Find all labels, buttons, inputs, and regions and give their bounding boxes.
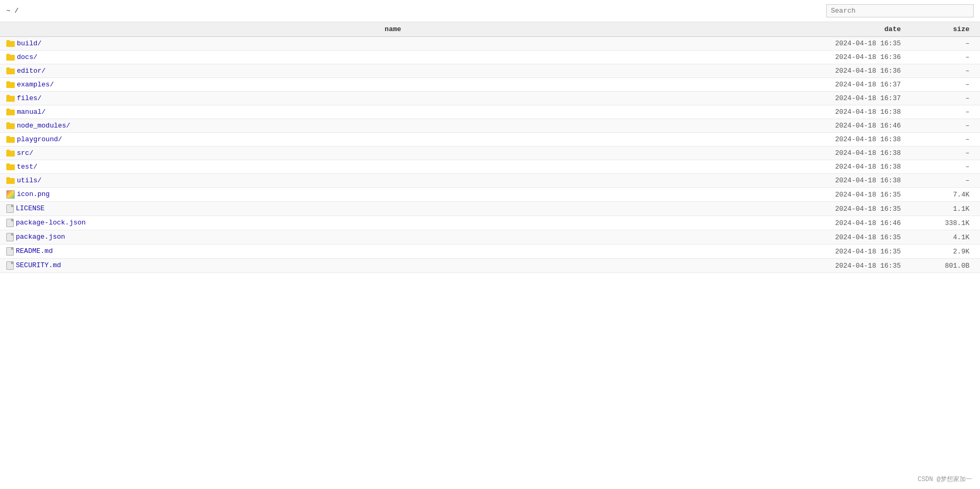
watermark: CSDN @梦想家加一	[918, 475, 972, 484]
file-icon	[6, 204, 14, 213]
file-link[interactable]: docs/	[17, 53, 37, 61]
file-name-cell[interactable]: docs/	[0, 51, 786, 64]
file-link[interactable]: files/	[17, 94, 42, 102]
file-name-cell[interactable]: manual/	[0, 105, 786, 119]
table-row: src/2024-04-18 16:38–	[0, 146, 980, 160]
file-date-cell: 2024-04-18 16:38	[786, 160, 907, 174]
file-link[interactable]: test/	[17, 163, 37, 171]
file-name-cell[interactable]: package-lock.json	[0, 216, 786, 230]
file-name-cell[interactable]: SECURITY.md	[0, 259, 786, 273]
column-header-size: size	[907, 22, 980, 37]
folder-icon	[6, 81, 15, 88]
file-name-cell[interactable]: test/	[0, 160, 786, 174]
table-row: manual/2024-04-18 16:38–	[0, 105, 980, 119]
file-name-cell[interactable]: README.md	[0, 244, 786, 259]
file-size-cell: –	[907, 105, 980, 119]
file-date-cell: 2024-04-18 16:36	[786, 64, 907, 78]
file-link[interactable]: LICENSE	[16, 204, 45, 212]
file-link[interactable]: node_modules/	[17, 122, 70, 130]
folder-icon	[6, 177, 15, 184]
top-bar: ~ /	[0, 0, 980, 22]
file-size-cell: 1.1K	[907, 202, 980, 216]
file-link[interactable]: package-lock.json	[16, 219, 86, 227]
file-link[interactable]: build/	[17, 40, 42, 47]
folder-icon	[6, 136, 15, 143]
file-link[interactable]: icon.png	[17, 190, 50, 198]
file-size-cell: –	[907, 64, 980, 78]
file-size-cell: –	[907, 92, 980, 105]
file-date-cell: 2024-04-18 16:46	[786, 119, 907, 133]
file-name-cell[interactable]: src/	[0, 146, 786, 160]
file-size-cell: 801.0B	[907, 259, 980, 273]
file-date-cell: 2024-04-18 16:37	[786, 78, 907, 92]
file-name-cell[interactable]: package.json	[0, 230, 786, 244]
file-date-cell: 2024-04-18 16:35	[786, 188, 907, 202]
file-date-cell: 2024-04-18 16:35	[786, 202, 907, 216]
file-link[interactable]: SECURITY.md	[16, 261, 61, 269]
table-row: node_modules/2024-04-18 16:46–	[0, 119, 980, 133]
file-date-cell: 2024-04-18 16:38	[786, 146, 907, 160]
table-header: name date size	[0, 22, 980, 37]
table-row: utils/2024-04-18 16:38–	[0, 174, 980, 188]
file-name-cell[interactable]: LICENSE	[0, 202, 786, 216]
file-list: build/2024-04-18 16:35–docs/2024-04-18 1…	[0, 37, 980, 273]
breadcrumb: ~ /	[6, 7, 18, 15]
file-size-cell: –	[907, 37, 980, 51]
file-size-cell: 4.1K	[907, 230, 980, 244]
file-name-cell[interactable]: node_modules/	[0, 119, 786, 133]
table-row: package.json2024-04-18 16:354.1K	[0, 230, 980, 244]
file-date-cell: 2024-04-18 16:35	[786, 259, 907, 273]
image-icon	[6, 190, 15, 199]
file-date-cell: 2024-04-18 16:38	[786, 105, 907, 119]
column-header-date: date	[786, 22, 907, 37]
table-row: test/2024-04-18 16:38–	[0, 160, 980, 174]
table-row: LICENSE2024-04-18 16:351.1K	[0, 202, 980, 216]
file-date-cell: 2024-04-18 16:35	[786, 244, 907, 259]
folder-icon	[6, 163, 15, 170]
file-size-cell: –	[907, 51, 980, 64]
file-link[interactable]: README.md	[16, 247, 53, 255]
folder-icon	[6, 122, 15, 129]
file-name-cell[interactable]: playground/	[0, 133, 786, 146]
folder-icon	[6, 150, 15, 157]
file-link[interactable]: src/	[17, 149, 33, 157]
folder-icon	[6, 67, 15, 74]
file-name-cell[interactable]: files/	[0, 92, 786, 105]
file-table: name date size build/2024-04-18 16:35–do…	[0, 22, 980, 273]
file-size-cell: –	[907, 119, 980, 133]
file-date-cell: 2024-04-18 16:46	[786, 216, 907, 230]
column-header-name: name	[0, 22, 786, 37]
search-input[interactable]	[826, 4, 974, 17]
table-row: playground/2024-04-18 16:38–	[0, 133, 980, 146]
file-icon	[6, 219, 14, 227]
table-row: package-lock.json2024-04-18 16:46338.1K	[0, 216, 980, 230]
file-date-cell: 2024-04-18 16:38	[786, 174, 907, 188]
table-row: docs/2024-04-18 16:36–	[0, 51, 980, 64]
file-date-cell: 2024-04-18 16:35	[786, 230, 907, 244]
file-size-cell: –	[907, 146, 980, 160]
file-name-cell[interactable]: editor/	[0, 64, 786, 78]
file-name-cell[interactable]: utils/	[0, 174, 786, 188]
table-row: icon.png2024-04-18 16:357.4K	[0, 188, 980, 202]
file-size-cell: 2.9K	[907, 244, 980, 259]
file-link[interactable]: manual/	[17, 108, 46, 116]
folder-icon	[6, 40, 15, 47]
file-link[interactable]: playground/	[17, 135, 62, 143]
file-link[interactable]: package.json	[16, 233, 65, 241]
file-size-cell: –	[907, 133, 980, 146]
file-icon	[6, 247, 14, 256]
file-link[interactable]: examples/	[17, 81, 54, 89]
file-name-cell[interactable]: build/	[0, 37, 786, 51]
file-name-cell[interactable]: icon.png	[0, 188, 786, 202]
file-size-cell: –	[907, 78, 980, 92]
table-row: editor/2024-04-18 16:36–	[0, 64, 980, 78]
file-link[interactable]: utils/	[17, 177, 42, 184]
file-date-cell: 2024-04-18 16:36	[786, 51, 907, 64]
file-size-cell: 338.1K	[907, 216, 980, 230]
file-link[interactable]: editor/	[17, 67, 46, 75]
file-date-cell: 2024-04-18 16:37	[786, 92, 907, 105]
file-name-cell[interactable]: examples/	[0, 78, 786, 92]
table-row: examples/2024-04-18 16:37–	[0, 78, 980, 92]
folder-icon	[6, 54, 15, 61]
table-row: README.md2024-04-18 16:352.9K	[0, 244, 980, 259]
